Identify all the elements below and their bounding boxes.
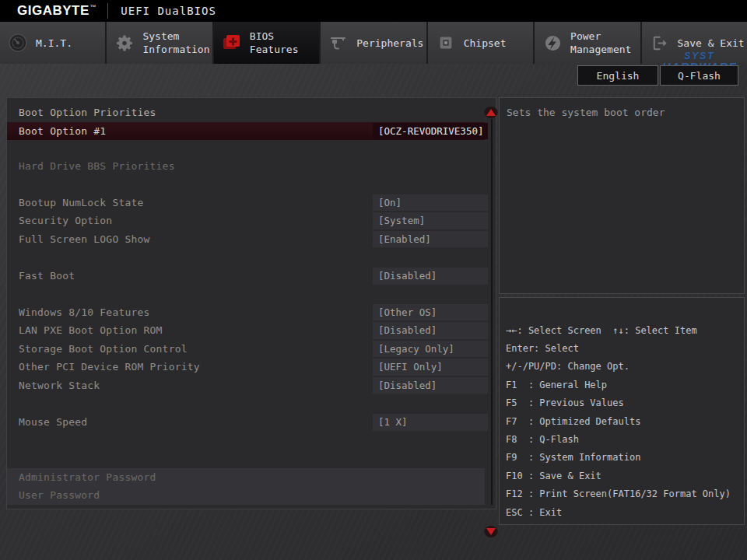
option-row-fast-boot[interactable]: Fast Boot [Disabled]	[7, 267, 496, 285]
option-value: [UEFI Only]	[373, 359, 488, 376]
spacer	[7, 394, 496, 413]
chipset-icon	[435, 32, 457, 54]
scrollbar[interactable]	[491, 119, 493, 505]
key-hint: F7 : Optimized Defaults	[506, 412, 744, 430]
option-label: Security Option	[7, 215, 112, 226]
qflash-button[interactable]: Q-Flash	[660, 65, 738, 86]
option-label: Bootup NumLock State	[7, 197, 144, 208]
option-row-mouse-speed[interactable]: Mouse Speed [1 X]	[7, 413, 496, 432]
tab-power-management[interactable]: Power Management	[535, 22, 641, 64]
option-value: [Disabled]	[373, 377, 488, 394]
tab-label: M.I.T.	[36, 37, 72, 50]
option-row-storage-boot[interactable]: Storage Boot Option Control [Legacy Only…	[7, 340, 496, 359]
option-row-numlock[interactable]: Bootup NumLock State [On]	[7, 194, 496, 212]
key-legend-panel: →←: Select Screen ↑↓: Select Item Enter:…	[499, 297, 745, 525]
option-value: [On]	[373, 194, 488, 212]
gigabyte-logo: GIGABYTE™	[17, 3, 96, 19]
option-value: [1 X]	[373, 414, 488, 431]
option-value: [OCZ-REVODRIVE350]	[373, 123, 488, 140]
option-label: LAN PXE Boot Option ROM	[7, 324, 163, 336]
bios-chip-icon	[221, 32, 243, 54]
option-value: [Disabled]	[373, 268, 488, 285]
settings-panel: Boot Option Priorities Boot Option #1 [O…	[6, 97, 496, 509]
key-hint: F12 : Print Screen(FAT16/32 Format Only)	[506, 485, 744, 503]
spacer	[7, 285, 496, 303]
option-value: [Enabled]	[373, 231, 488, 248]
trademark-symbol: ™	[90, 4, 97, 11]
spacer	[7, 248, 496, 267]
spacer	[7, 176, 496, 194]
key-hint: F8 : Q-Flash	[506, 430, 744, 448]
option-value: [Other OS]	[373, 304, 488, 321]
tab-system-information[interactable]: System Information	[107, 22, 213, 64]
titlebar-divider	[107, 3, 108, 19]
help-description: Sets the system boot order	[507, 107, 665, 118]
option-label: Full Screen LOGO Show	[7, 233, 150, 245]
key-hint: F5 : Previous Values	[506, 394, 744, 412]
option-label: Windows 8/10 Features	[7, 306, 150, 318]
spacer	[7, 432, 496, 468]
option-value: [Disabled]	[373, 322, 488, 339]
tab-label: BIOS Features	[250, 30, 299, 56]
tab-label: System Information	[142, 30, 209, 56]
tab-label: Peripherals	[356, 37, 423, 50]
tab-label: Save & Exit	[678, 37, 745, 50]
option-row-windows-features[interactable]: Windows 8/10 Features [Other OS]	[7, 303, 496, 322]
option-row-admin-password[interactable]: Administrator Password	[7, 468, 485, 487]
option-row-hard-drive-bbs[interactable]: Hard Drive BBS Priorities	[7, 157, 496, 176]
tab-save-exit[interactable]: Save & Exit	[642, 22, 747, 64]
option-label: Boot Option #1	[7, 125, 106, 137]
key-hint: ESC : Exit	[506, 503, 744, 521]
scroll-down-icon[interactable]	[484, 526, 498, 537]
exit-icon	[649, 32, 671, 54]
bios-screen: GIGABYTE™ UEFI DualBIOS M.I.T. System In…	[0, 0, 747, 560]
key-hint: F10 : Save & Exit	[506, 467, 744, 485]
key-hint: +/-/PU/PD: Change Opt.	[506, 358, 744, 376]
option-value: [Legacy Only]	[373, 341, 488, 358]
spacer	[7, 140, 496, 157]
option-label: Hard Drive BBS Priorities	[7, 160, 175, 172]
option-label: User Password	[7, 489, 100, 501]
option-row-pci-rom-priority[interactable]: Other PCI Device ROM Priority [UEFI Only…	[7, 358, 496, 376]
help-description-panel: Sets the system boot order	[499, 97, 745, 294]
option-row-security-option[interactable]: Security Option [System]	[7, 212, 496, 230]
option-label: Other PCI Device ROM Priority	[7, 361, 200, 373]
gear-icon	[114, 32, 135, 54]
language-button[interactable]: English	[577, 65, 658, 86]
key-hint: →←: Select Screen ↑↓: Select Item	[506, 321, 744, 339]
option-row-user-password[interactable]: User Password	[7, 486, 485, 505]
key-hint: Enter: Select	[506, 339, 744, 357]
tab-chipset[interactable]: Chipset	[428, 22, 535, 64]
peripherals-icon	[328, 32, 349, 54]
option-row-network-stack[interactable]: Network Stack [Disabled]	[7, 376, 496, 395]
tab-mit[interactable]: M.I.T.	[0, 22, 107, 64]
tab-bios-features[interactable]: BIOS Features	[214, 22, 321, 64]
section-title: Boot Option Priorities	[7, 107, 156, 118]
titlebar: GIGABYTE™ UEFI DualBIOS	[0, 0, 747, 22]
option-row-boot-option-1[interactable]: Boot Option #1 [OCZ-REVODRIVE350]	[7, 122, 485, 141]
key-hint: F9 : System Information	[506, 449, 744, 467]
option-row-lan-pxe[interactable]: LAN PXE Boot Option ROM [Disabled]	[7, 321, 496, 340]
option-row-logo-show[interactable]: Full Screen LOGO Show [Enabled]	[7, 230, 496, 249]
section-title-row: Boot Option Priorities	[7, 103, 496, 122]
scroll-up-icon[interactable]	[484, 107, 498, 118]
option-label: Administrator Password	[7, 471, 156, 483]
gauge-icon	[7, 32, 29, 54]
option-label: Mouse Speed	[7, 416, 87, 428]
tab-peripherals[interactable]: Peripherals	[321, 22, 427, 64]
tab-label: Chipset	[464, 37, 507, 50]
page-title: UEFI DualBIOS	[121, 5, 216, 17]
option-label: Fast Boot	[7, 270, 75, 282]
option-label: Storage Boot Option Control	[7, 343, 188, 355]
option-label: Network Stack	[7, 380, 100, 391]
key-hint: F1 : General Help	[506, 376, 744, 394]
option-value: [System]	[373, 212, 488, 229]
tab-label: Power Management	[570, 30, 631, 56]
power-icon	[542, 32, 563, 54]
tab-bar: M.I.T. System Information BIOS Features …	[0, 22, 747, 64]
